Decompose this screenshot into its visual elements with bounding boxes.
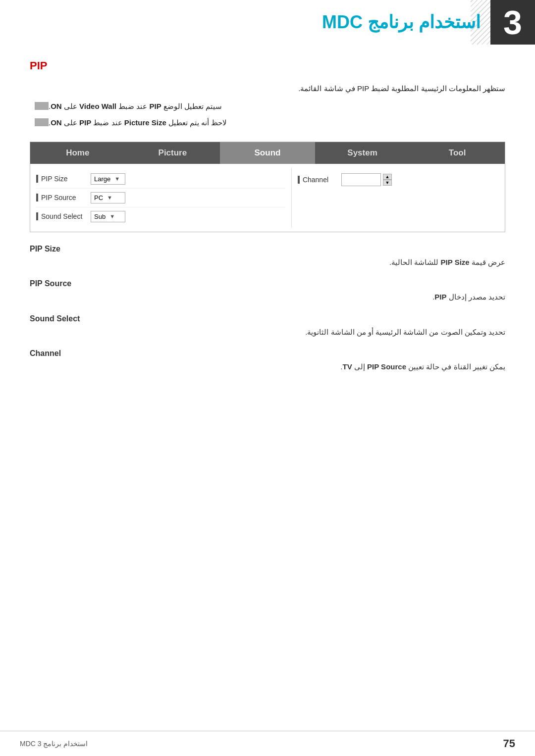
- bullet-icon-2: [35, 118, 49, 126]
- tab-sound[interactable]: Sound: [220, 142, 315, 164]
- pip-size-row: PIP Size Large▼: [36, 170, 285, 189]
- sound-select-row: Sound Select Sub▼: [36, 207, 285, 226]
- section-title: PIP: [30, 59, 505, 72]
- chapter-badge: 3: [490, 0, 535, 45]
- desc-sound-select-text: تحديد وتمكين الصوت من الشاشة الرئيسية أو…: [30, 326, 505, 339]
- pip-source-arrow: ▼: [107, 195, 112, 201]
- pip-source-label: PIP Source: [36, 194, 91, 202]
- intro-text-span: ستظهر المعلومات الرئيسية المطلوبة لضبط P…: [298, 84, 505, 93]
- desc-sound-select-title: Sound Select: [30, 314, 505, 323]
- tab-picture[interactable]: Picture: [125, 142, 220, 164]
- desc-pip-source-text: تحديد مصدر إدخال PIP.: [30, 291, 505, 303]
- desc-pip-size-title: PIP Size: [30, 245, 505, 253]
- main-content: PIP ستظهر المعلومات الرئيسية المطلوبة لض…: [0, 45, 535, 393]
- desc-pip-source: PIP Source تحديد مصدر إدخال PIP.: [30, 279, 505, 303]
- bullet-icon-1: [35, 102, 49, 110]
- ui-right-column: Channel ▲ ▼: [291, 168, 505, 228]
- sound-select-dropdown[interactable]: Sub▼: [91, 211, 125, 222]
- pip-size-select[interactable]: Large▼: [91, 173, 125, 185]
- channel-spinner: ▲ ▼: [383, 174, 392, 186]
- channel-bar: [298, 176, 300, 184]
- bullet-item-1: سيتم تعطيل الوضع PIP عند ضبط Video Wall …: [30, 100, 505, 113]
- menu-bar: Home Picture Sound System Tool: [30, 142, 505, 164]
- desc-channel-title: Channel: [30, 349, 505, 358]
- desc-channel: Channel يمكن تغيير القناة في حالة تعيين …: [30, 349, 505, 373]
- ui-screenshot: Home Picture Sound System Tool PIP Size …: [30, 142, 505, 232]
- tab-system[interactable]: System: [315, 142, 410, 164]
- pip-size-label: PIP Size: [36, 175, 91, 183]
- tab-tool[interactable]: Tool: [410, 142, 505, 164]
- pip-source-row: PIP Source PC▼: [36, 189, 285, 207]
- channel-input[interactable]: [341, 173, 381, 186]
- spinner-up[interactable]: ▲: [383, 174, 392, 180]
- desc-pip-size-text: عرض قيمة PIP Size للشاشة الحالية.: [30, 256, 505, 269]
- desc-pip-size: PIP Size عرض قيمة PIP Size للشاشة الحالي…: [30, 245, 505, 269]
- pip-source-bar: [36, 194, 38, 202]
- channel-row: Channel ▲ ▼: [298, 170, 499, 190]
- bullet-item-2: لاحظ أنه يتم تعطيل Picture Size عند ضبط …: [30, 116, 505, 129]
- page-header: 3 استخدام برنامج MDC: [0, 0, 535, 45]
- chapter-number: 3: [503, 3, 522, 42]
- bullet-text-1: سيتم تعطيل الوضع PIP عند ضبط Video Wall …: [49, 100, 222, 113]
- page-number: 75: [503, 737, 515, 750]
- pip-size-arrow: ▼: [114, 176, 120, 182]
- desc-channel-text: يمكن تغيير القناة في حالة تعيين PIP Sour…: [30, 360, 505, 373]
- desc-pip-source-title: PIP Source: [30, 279, 505, 288]
- pip-size-bar: [36, 175, 38, 183]
- sound-select-label: Sound Select: [36, 212, 91, 220]
- desc-sound-select: Sound Select تحديد وتمكين الصوت من الشاش…: [30, 314, 505, 339]
- sound-select-bar: [36, 212, 38, 220]
- ui-content-area: PIP Size Large▼ PIP Source PC▼: [30, 164, 505, 232]
- page-title: استخدام برنامج MDC: [322, 12, 481, 33]
- tab-home[interactable]: Home: [30, 142, 125, 164]
- page-footer: 75 استخدام برنامج MDC 3: [0, 731, 535, 756]
- bullet-text-2: لاحظ أنه يتم تعطيل Picture Size عند ضبط …: [49, 116, 227, 129]
- intro-text: ستظهر المعلومات الرئيسية المطلوبة لضبط P…: [30, 82, 505, 95]
- sound-select-arrow: ▼: [109, 213, 115, 219]
- footer-label: استخدام برنامج MDC 3: [20, 740, 88, 748]
- channel-label: Channel: [298, 176, 337, 184]
- spinner-down[interactable]: ▼: [383, 180, 392, 186]
- ui-left-column: PIP Size Large▼ PIP Source PC▼: [30, 168, 291, 228]
- pip-source-select[interactable]: PC▼: [91, 192, 125, 203]
